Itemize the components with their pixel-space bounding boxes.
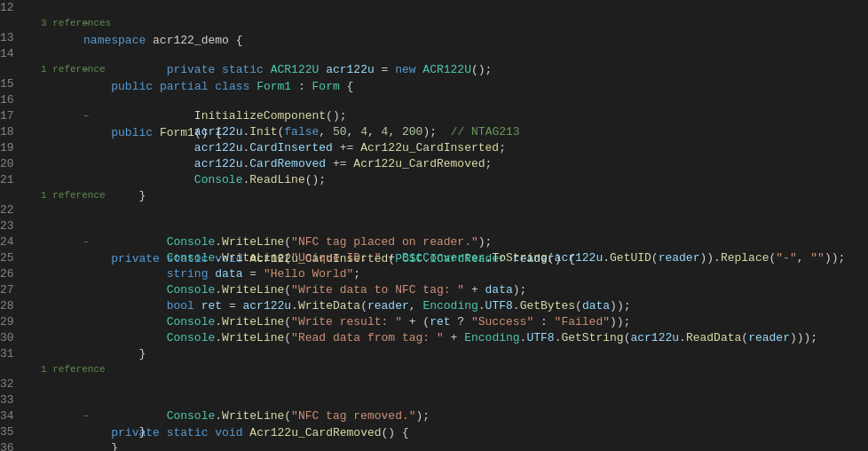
- code-line-16: 16 InitializeComponent();: [0, 92, 868, 108]
- code-line-13: 13 − public partial class Form1 : Form {: [0, 30, 868, 46]
- code-line-19: 19 acr122u.CardRemoved += Acr122u_CardRe…: [0, 140, 868, 156]
- code-line-28: 28 Console.WriteLine("Write result: " + …: [0, 298, 868, 314]
- code-line-23: 23 Console.WriteLine("NFC tag placed on …: [0, 218, 868, 234]
- code-line-36: 36 }: [0, 440, 868, 451]
- code-line-34: 34 }: [0, 408, 868, 424]
- code-line-26: 26 Console.WriteLine("Write data to NFC …: [0, 266, 868, 282]
- code-line-33: 33 Console.WriteLine("NFC tag removed.")…: [0, 392, 868, 408]
- code-line-20: 20 Console.ReadLine();: [0, 156, 868, 172]
- code-line-22: 22 − private static void Acr122u_CardIns…: [0, 202, 868, 218]
- code-line-31: 31: [0, 346, 868, 362]
- code-line-21: 21 }: [0, 172, 868, 188]
- code-line-35: 35 }: [0, 424, 868, 440]
- code-line-18: 18 acr122u.CardInserted += Acr122u_CardI…: [0, 124, 868, 140]
- code-content: 12 − namespace acr122_demo { 3 reference…: [0, 0, 868, 451]
- code-line-15: 15 − public Form1() {: [0, 76, 868, 92]
- code-line-27: 27 bool ret = acr122u.WriteData(reader, …: [0, 282, 868, 298]
- code-line-30: 30 }: [0, 330, 868, 346]
- code-line-32: 32 − private static void Acr122u_CardRem…: [0, 376, 868, 392]
- code-line-25: 25 string data = "Hello World";: [0, 250, 868, 266]
- code-line-24: 24 Console.WriteLine("Unique ID: " + Bit…: [0, 234, 868, 250]
- code-line-14: 14 private static ACR122U acr122u = new …: [0, 46, 868, 62]
- code-editor: 12 − namespace acr122_demo { 3 reference…: [0, 0, 868, 451]
- code-line-29: 29 Console.WriteLine("Read data from tag…: [0, 314, 868, 330]
- code-line-12: 12 − namespace acr122_demo {: [0, 0, 868, 16]
- code-line-17: 17 acr122u.Init(false, 50, 4, 4, 200); /…: [0, 108, 868, 124]
